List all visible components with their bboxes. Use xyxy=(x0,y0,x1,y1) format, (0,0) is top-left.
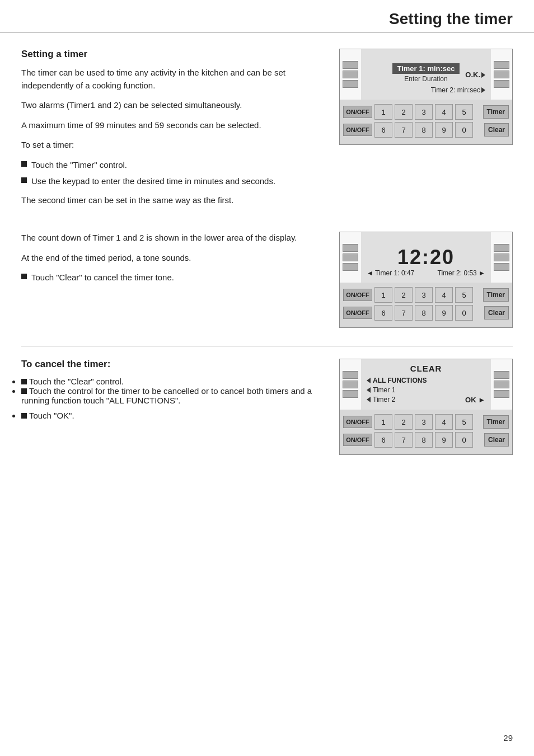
key-3-2[interactable]: 2 xyxy=(395,414,413,430)
ok-right-3[interactable]: OK ► xyxy=(465,396,485,404)
keypad-3: ON/OFF 1 2 3 4 5 Timer ON/OFF 6 7 8 9 0 … xyxy=(340,410,512,454)
side-buttons-right-1 xyxy=(491,49,512,100)
bullet-icon-2 xyxy=(21,177,27,183)
key-2-0[interactable]: 0 xyxy=(455,305,473,321)
key-2-9[interactable]: 9 xyxy=(435,305,453,321)
clear-btn-3[interactable]: Clear xyxy=(484,433,509,447)
para-1-3: A maximum time of 99 minutes and 59 seco… xyxy=(21,119,326,132)
side-btn-2c[interactable] xyxy=(343,263,358,271)
timer2-sub: Timer 2: 0:53 ► xyxy=(438,269,485,277)
key-2-3[interactable]: 3 xyxy=(415,287,433,303)
timer1-cancel-label: Timer 1 xyxy=(373,386,395,394)
keypad-row-2a: ON/OFF 1 2 3 4 5 Timer xyxy=(343,287,509,303)
key-5[interactable]: 5 xyxy=(455,104,473,120)
timer-btn-3[interactable]: Timer xyxy=(483,415,509,429)
key-3-1[interactable]: 1 xyxy=(374,414,392,430)
bullet-icon-4 xyxy=(21,379,27,384)
key-3-9[interactable]: 9 xyxy=(435,432,453,448)
side-btn-2b[interactable] xyxy=(343,253,358,261)
keypad-2: ON/OFF 1 2 3 4 5 Timer ON/OFF 6 7 8 9 0 … xyxy=(340,283,512,327)
clear-btn-1[interactable]: Clear xyxy=(484,123,509,137)
keypad-row-2b: ON/OFF 6 7 8 9 0 Clear xyxy=(343,305,509,321)
side-btn-1a[interactable] xyxy=(343,61,358,69)
side-btn-1e[interactable] xyxy=(494,71,509,78)
bullet-item-2: Use the keypad to enter the desired time… xyxy=(21,175,326,187)
on-off-btn-3a[interactable]: ON/OFF xyxy=(343,416,372,428)
key-1[interactable]: 1 xyxy=(374,104,392,120)
side-btn-2e[interactable] xyxy=(494,253,509,261)
side-btn-1b[interactable] xyxy=(343,71,358,78)
display-panel-1: Timer 1: min:sec Enter Duration O.K. Tim… xyxy=(339,49,513,145)
timer-display-1-screen: Timer 1: min:sec Enter Duration O.K. Tim… xyxy=(361,49,491,100)
side-btn-1f[interactable] xyxy=(494,80,509,88)
timer-row-sub: ◄ Timer 1: 0:47 Timer 2: 0:53 ► xyxy=(361,269,491,277)
clear-btn-2[interactable]: Clear xyxy=(484,306,509,320)
side-btn-2d[interactable] xyxy=(494,244,509,252)
timer1-label: Timer 1: min:sec xyxy=(392,63,459,74)
key-2-6[interactable]: 6 xyxy=(374,305,392,321)
side-btn-1c[interactable] xyxy=(343,80,358,88)
key-3-6[interactable]: 6 xyxy=(374,432,392,448)
bullet-item-3: Touch "Clear" to cancel the timer tone. xyxy=(21,271,326,283)
key-2-2[interactable]: 2 xyxy=(395,287,413,303)
side-btn-2f[interactable] xyxy=(494,263,509,271)
bullet-list-2: Touch "Clear" to cancel the timer tone. xyxy=(21,271,326,283)
section-heading-1: Setting a timer xyxy=(21,49,326,60)
on-off-btn-3b[interactable]: ON/OFF xyxy=(343,434,372,446)
key-3-5[interactable]: 5 xyxy=(455,414,473,430)
key-3-8[interactable]: 8 xyxy=(415,432,433,448)
on-off-btn-1a[interactable]: ON/OFF xyxy=(343,106,372,118)
all-functions-item[interactable]: ALL FUNCTIONS xyxy=(367,377,427,384)
on-off-btn-1b[interactable]: ON/OFF xyxy=(343,124,372,136)
keypad-row-1b: ON/OFF 6 7 8 9 0 Clear xyxy=(343,122,509,138)
bullet-item-5: Touch the control for the timer to be ca… xyxy=(21,386,326,405)
side-btn-3e[interactable] xyxy=(494,381,509,388)
arrow-left-t1 xyxy=(367,387,371,393)
key-2-8[interactable]: 8 xyxy=(415,305,433,321)
key-0[interactable]: 0 xyxy=(455,122,473,138)
key-3[interactable]: 3 xyxy=(415,104,433,120)
section-divider xyxy=(21,346,513,346)
para-1-1: The timer can be used to time any activi… xyxy=(21,67,326,92)
page-title-bar: Setting the timer xyxy=(0,0,534,33)
key-3-3[interactable]: 3 xyxy=(415,414,433,430)
section-setting-timer: Setting a timer The timer can be used to… xyxy=(21,49,513,214)
timer-btn-2[interactable]: Timer xyxy=(483,288,509,302)
key-2-4[interactable]: 4 xyxy=(435,287,453,303)
bullet-item-1: Touch the "Timer" control. xyxy=(21,159,326,171)
bullet-icon-6 xyxy=(21,413,27,419)
bullet-item-6: Touch "OK". xyxy=(21,411,326,420)
side-btn-1d[interactable] xyxy=(494,61,509,69)
all-functions-label: ALL FUNCTIONS xyxy=(373,377,427,384)
key-3-4[interactable]: 4 xyxy=(435,414,453,430)
section-text-1: Setting a timer The timer can be used to… xyxy=(21,49,326,214)
display-screen-row-3: CLEAR ALL FUNCTIONS Timer 1 Timer 2 xyxy=(340,359,512,410)
key-6[interactable]: 6 xyxy=(374,122,392,138)
para-1-5: The second timer can be set in the same … xyxy=(21,194,326,207)
key-4[interactable]: 4 xyxy=(435,104,453,120)
key-7[interactable]: 7 xyxy=(395,122,413,138)
timer-btn-1[interactable]: Timer xyxy=(483,105,509,119)
keypad-row-1a: ON/OFF 1 2 3 4 5 Timer xyxy=(343,104,509,120)
side-btn-3a[interactable] xyxy=(343,371,358,379)
enter-duration: Enter Duration xyxy=(404,75,447,83)
side-btn-2a[interactable] xyxy=(343,244,358,252)
key-3-7[interactable]: 7 xyxy=(395,432,413,448)
key-2-5[interactable]: 5 xyxy=(455,287,473,303)
section-countdown: The count down of Timer 1 and 2 is shown… xyxy=(21,232,513,328)
side-btn-3c[interactable] xyxy=(343,390,358,398)
key-2[interactable]: 2 xyxy=(395,104,413,120)
key-2-1[interactable]: 1 xyxy=(374,287,392,303)
key-8[interactable]: 8 xyxy=(415,122,433,138)
key-9[interactable]: 9 xyxy=(435,122,453,138)
side-btn-3b[interactable] xyxy=(343,381,358,388)
side-btn-3d[interactable] xyxy=(494,371,509,379)
timer2-item[interactable]: Timer 2 xyxy=(367,396,395,403)
timer1-item[interactable]: Timer 1 xyxy=(367,386,395,394)
on-off-btn-2a[interactable]: ON/OFF xyxy=(343,289,372,301)
para-1-2: Two alarms (Timer1 and 2) can be selecte… xyxy=(21,99,326,112)
key-2-7[interactable]: 7 xyxy=(395,305,413,321)
key-3-0[interactable]: 0 xyxy=(455,432,473,448)
side-btn-3f[interactable] xyxy=(494,390,509,398)
on-off-btn-2b[interactable]: ON/OFF xyxy=(343,307,372,319)
